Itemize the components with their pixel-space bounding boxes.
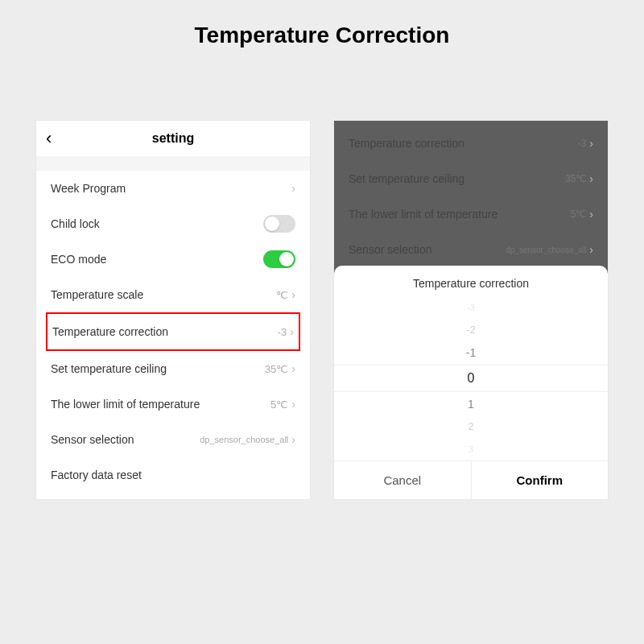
chevron-right-icon: › — [589, 243, 593, 256]
phone-screens-container: ‹ setting Week Program › Child lock ECO … — [0, 121, 644, 499]
settings-header: ‹ setting — [36, 121, 310, 156]
phone-picker-screen: Temperature correction -3› Set temperatu… — [334, 121, 608, 499]
row-value: › — [291, 182, 295, 195]
eco-mode-toggle[interactable] — [263, 250, 295, 268]
row-set-temperature-ceiling[interactable]: Set temperature ceiling 35℃› — [51, 351, 295, 386]
chevron-right-icon: › — [291, 288, 295, 301]
chevron-right-icon: › — [291, 398, 295, 411]
toggle-knob — [265, 217, 279, 231]
row-value: 5℃› — [270, 398, 295, 411]
picker-buttons: Cancel Confirm — [334, 460, 608, 499]
confirm-button[interactable]: Confirm — [471, 461, 609, 499]
row-label: Sensor selection — [51, 433, 134, 446]
row-label: Child lock — [51, 217, 100, 230]
dim-row-label: The lower limit of temperature — [349, 208, 497, 221]
picker-title: Temperature correction — [334, 266, 608, 296]
dim-row-sensor-selection: Sensor selection dp_sensor_choose_all› — [349, 232, 593, 267]
picker-wheel[interactable]: -3 -2 -1 0 1 2 3 — [334, 296, 608, 460]
chevron-right-icon: › — [291, 362, 295, 375]
highlight-temperature-correction: Temperature correction -3› — [46, 312, 300, 351]
row-lower-limit-temperature[interactable]: The lower limit of temperature 5℃› — [51, 386, 295, 422]
row-label: Week Program — [51, 182, 126, 195]
wheel-option[interactable]: -2 — [467, 320, 476, 341]
header-gap — [36, 156, 310, 171]
back-icon[interactable]: ‹ — [46, 130, 52, 147]
settings-list: Week Program › Child lock ECO mode Tempe… — [36, 171, 310, 493]
chevron-right-icon: › — [589, 172, 593, 185]
row-temperature-correction[interactable]: Temperature correction -3› — [52, 314, 294, 349]
dim-row-temp-ceiling: Set temperature ceiling 35℃› — [349, 161, 593, 196]
page-title: Temperature Correction — [0, 0, 644, 48]
wheel-option[interactable]: -1 — [466, 342, 476, 363]
row-label: Set temperature ceiling — [51, 362, 167, 375]
dim-row-temp-lower: The lower limit of temperature 5℃› — [349, 196, 593, 232]
toggle-knob — [279, 252, 294, 266]
wheel-option-selected[interactable]: 0 — [334, 365, 608, 392]
row-week-program[interactable]: Week Program › — [51, 171, 295, 206]
row-sensor-selection[interactable]: Sensor selection dp_sensor_choose_all› — [51, 422, 295, 457]
wheel-option[interactable]: -3 — [468, 297, 475, 318]
dim-row-value: -3› — [578, 137, 593, 150]
wheel-option[interactable]: 2 — [469, 416, 474, 437]
phone-settings-screen: ‹ setting Week Program › Child lock ECO … — [36, 121, 310, 499]
chevron-right-icon: › — [291, 182, 295, 195]
picker-sheet: Temperature correction -3 -2 -1 0 1 2 3 … — [334, 266, 608, 499]
wheel-option[interactable]: 3 — [469, 439, 473, 460]
row-label: Temperature scale — [51, 288, 143, 301]
row-child-lock: Child lock — [51, 206, 295, 242]
cancel-button[interactable]: Cancel — [334, 461, 471, 499]
chevron-right-icon: › — [290, 325, 294, 338]
row-label: ECO mode — [51, 253, 106, 266]
row-value: dp_sensor_choose_all› — [200, 433, 295, 446]
dim-row-label: Set temperature ceiling — [349, 172, 464, 185]
row-label: Temperature correction — [52, 325, 168, 338]
row-value: 35℃› — [265, 362, 295, 375]
row-factory-data-reset[interactable]: Factory data reset — [51, 457, 295, 493]
dimmed-background: Temperature correction -3› Set temperatu… — [334, 121, 608, 274]
dimmed-list: Temperature correction -3› Set temperatu… — [334, 121, 608, 267]
row-label: The lower limit of temperature — [51, 398, 200, 411]
row-temperature-scale[interactable]: Temperature scale ℃› — [51, 277, 295, 312]
dim-row-temp-correction: Temperature correction -3› — [349, 126, 593, 161]
wheel-option[interactable]: 1 — [468, 394, 474, 415]
dim-row-value: 5℃› — [571, 208, 593, 221]
row-label: Factory data reset — [51, 469, 142, 481]
dim-row-label: Temperature correction — [349, 137, 464, 150]
chevron-right-icon: › — [291, 433, 295, 446]
dim-row-value: dp_sensor_choose_all› — [506, 243, 593, 256]
child-lock-toggle[interactable] — [263, 215, 295, 233]
dim-row-label: Sensor selection — [349, 243, 432, 256]
chevron-right-icon: › — [589, 208, 593, 221]
row-value: -3› — [278, 325, 294, 338]
settings-title: setting — [152, 131, 194, 146]
chevron-right-icon: › — [589, 137, 593, 150]
row-value: ℃› — [276, 288, 295, 301]
row-eco-mode: ECO mode — [51, 242, 295, 277]
dim-row-value: 35℃› — [565, 172, 593, 185]
